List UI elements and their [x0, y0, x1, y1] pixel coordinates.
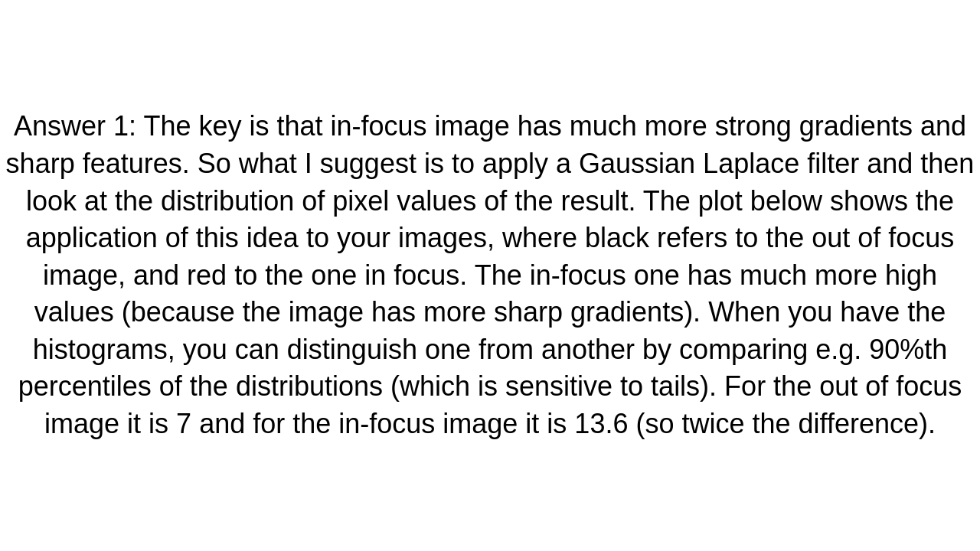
answer-paragraph: Answer 1: The key is that in-focus image…: [0, 108, 980, 442]
content-area: Answer 1: The key is that in-focus image…: [0, 0, 980, 551]
